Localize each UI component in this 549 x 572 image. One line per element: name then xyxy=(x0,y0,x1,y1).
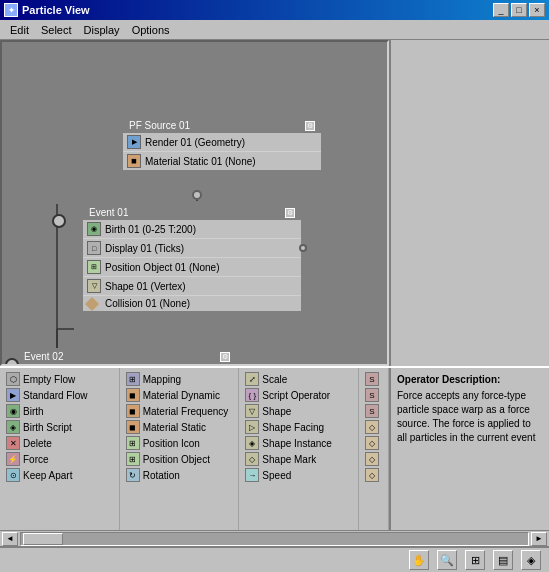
status-zoom-icon[interactable]: 🔍 xyxy=(437,550,457,570)
shape-op-icon: ▽ xyxy=(245,404,259,418)
title-buttons[interactable]: _ □ × xyxy=(493,3,545,17)
force-row[interactable]: ⚡ Force 01 (None) xyxy=(18,364,236,366)
op-material-static[interactable]: ◼ Material Static xyxy=(124,419,235,435)
op-birth-script[interactable]: ◈ Birth Script xyxy=(4,419,115,435)
op-force[interactable]: ⚡ Force xyxy=(4,451,115,467)
op-delete[interactable]: ✕ Delete xyxy=(4,435,115,451)
scroll-thumb[interactable] xyxy=(23,533,63,545)
op-scale[interactable]: ⤢ Scale xyxy=(243,371,354,387)
op-empty-flow[interactable]: ⬡ Empty Flow xyxy=(4,371,115,387)
scroll-left-button[interactable]: ◄ xyxy=(2,532,18,546)
op-extra-5[interactable]: ◇ xyxy=(363,435,384,451)
operator-col-3: ⤢ Scale { } Script Operator ▽ Shape ▷ Sh… xyxy=(239,368,359,530)
position-row[interactable]: ⊞ Position Object 01 (None) xyxy=(83,258,301,277)
event01-input-dot xyxy=(52,214,66,228)
extra-7-icon: ◇ xyxy=(365,468,379,482)
op-position-icon[interactable]: ⊞ Position Icon xyxy=(124,435,235,451)
operator-col-1: ⬡ Empty Flow ▶ Standard Flow ◉ Birth ◈ B… xyxy=(0,368,120,530)
position-icon-op: ⊞ xyxy=(126,436,140,450)
birth-label: Birth 01 (0-25 T:200) xyxy=(105,224,196,235)
op-shape-mark[interactable]: ◇ Shape Mark xyxy=(243,451,354,467)
shape-icon: ▽ xyxy=(87,279,101,293)
status-list-icon[interactable]: ▤ xyxy=(493,550,513,570)
shape-mark-icon: ◇ xyxy=(245,452,259,466)
extra-4-icon: ◇ xyxy=(365,420,379,434)
event01-node[interactable]: Event 01 ⚙ ◉ Birth 01 (0-25 T:200) □ Dis… xyxy=(82,204,302,312)
status-bar: ✋ 🔍 ⊞ ▤ ◈ xyxy=(0,546,549,572)
delete-op-icon: ✕ xyxy=(6,436,20,450)
event02-settings[interactable]: ⚙ xyxy=(220,352,230,362)
scale-icon: ⤢ xyxy=(245,372,259,386)
op-speed[interactable]: → Speed xyxy=(243,467,354,483)
pf-output-dot xyxy=(192,190,202,200)
menu-options[interactable]: Options xyxy=(126,23,176,37)
status-hand-icon[interactable]: ✋ xyxy=(409,550,429,570)
scroll-right-button[interactable]: ► xyxy=(531,532,547,546)
material-static-op-icon: ◼ xyxy=(126,420,140,434)
position-icon: ⊞ xyxy=(87,260,101,274)
op-material-frequency[interactable]: ◼ Material Frequency xyxy=(124,403,235,419)
pf-source-node[interactable]: PF Source 01 ⚙ ▶ Render 01 (Geometry) ◼ … xyxy=(122,117,322,171)
display-conn xyxy=(299,244,307,252)
pf-material-row[interactable]: ◼ Material Static 01 (None) xyxy=(123,152,321,170)
status-grid-icon[interactable]: ⊞ xyxy=(465,550,485,570)
op-shape[interactable]: ▽ Shape xyxy=(243,403,354,419)
particle-canvas[interactable]: PF Source 01 ⚙ ▶ Render 01 (Geometry) ◼ … xyxy=(0,40,389,366)
op-extra-3[interactable]: S xyxy=(363,403,384,419)
speed-icon: → xyxy=(245,468,259,482)
op-script-operator[interactable]: { } Script Operator xyxy=(243,387,354,403)
menu-select[interactable]: Select xyxy=(35,23,78,37)
op-extra-1[interactable]: S xyxy=(363,371,384,387)
display01-icon: □ xyxy=(87,241,101,255)
extra-5-icon: ◇ xyxy=(365,436,379,450)
op-shape-instance[interactable]: ◈ Shape Instance xyxy=(243,435,354,451)
status-settings-icon[interactable]: ◈ xyxy=(521,550,541,570)
shape-row[interactable]: ▽ Shape 01 (Vertex) xyxy=(83,277,301,296)
pf-source-header: PF Source 01 ⚙ xyxy=(123,118,321,133)
minimize-button[interactable]: _ xyxy=(493,3,509,17)
op-extra-7[interactable]: ◇ xyxy=(363,467,384,483)
menu-display[interactable]: Display xyxy=(78,23,126,37)
position-object-icon: ⊞ xyxy=(126,452,140,466)
display01-row[interactable]: □ Display 01 (Ticks) xyxy=(83,239,301,258)
op-extra-4[interactable]: ◇ xyxy=(363,419,384,435)
op-keep-apart[interactable]: ⊙ Keep Apart xyxy=(4,467,115,483)
op-rotation[interactable]: ↻ Rotation xyxy=(124,467,235,483)
op-extra-6[interactable]: ◇ xyxy=(363,451,384,467)
op-standard-flow[interactable]: ▶ Standard Flow xyxy=(4,387,115,403)
position-label: Position Object 01 (None) xyxy=(105,262,220,273)
extra-2-icon: S xyxy=(365,388,379,402)
op-extra-2[interactable]: S xyxy=(363,387,384,403)
pf-source-settings[interactable]: ⚙ xyxy=(305,121,315,131)
material-static-icon: ◼ xyxy=(127,154,141,168)
operator-col-4: S S S ◇ ◇ ◇ ◇ xyxy=(359,368,389,530)
birth-row[interactable]: ◉ Birth 01 (0-25 T:200) xyxy=(83,220,301,239)
op-birth[interactable]: ◉ Birth xyxy=(4,403,115,419)
extra-3-icon: S xyxy=(365,404,379,418)
menu-edit[interactable]: Edit xyxy=(4,23,35,37)
close-button[interactable]: × xyxy=(529,3,545,17)
bottom-area: ⬡ Empty Flow ▶ Standard Flow ◉ Birth ◈ B… xyxy=(0,366,549,546)
event02-node[interactable]: Event 02 ⚙ ⚡ Force 01 (None) □ Display 0… xyxy=(17,348,237,366)
op-material-dynamic[interactable]: ◼ Material Dynamic xyxy=(124,387,235,403)
op-position-object[interactable]: ⊞ Position Object xyxy=(124,451,235,467)
force-op-icon: ⚡ xyxy=(6,452,20,466)
event01-settings[interactable]: ⚙ xyxy=(285,208,295,218)
birth-script-icon: ◈ xyxy=(6,420,20,434)
horizontal-scrollbar[interactable]: ◄ ► xyxy=(0,530,549,546)
material-label: Material Static 01 (None) xyxy=(145,156,256,167)
app-icon: ✦ xyxy=(4,3,18,17)
pf-render-row[interactable]: ▶ Render 01 (Geometry) xyxy=(123,133,321,152)
maximize-button[interactable]: □ xyxy=(511,3,527,17)
operator-col-2: ⊞ Mapping ◼ Material Dynamic ◼ Material … xyxy=(120,368,240,530)
window-title: Particle View xyxy=(22,4,90,16)
desc-title: Operator Description: xyxy=(397,374,543,385)
mapping-icon: ⊞ xyxy=(126,372,140,386)
scroll-track[interactable] xyxy=(20,532,529,546)
op-mapping[interactable]: ⊞ Mapping xyxy=(124,371,235,387)
material-freq-icon: ◼ xyxy=(126,404,140,418)
op-shape-facing[interactable]: ▷ Shape Facing xyxy=(243,419,354,435)
canvas-area: PF Source 01 ⚙ ▶ Render 01 (Geometry) ◼ … xyxy=(0,40,549,366)
collision-row[interactable]: Collision 01 (None) xyxy=(83,296,301,311)
top-description-panel xyxy=(389,40,549,366)
